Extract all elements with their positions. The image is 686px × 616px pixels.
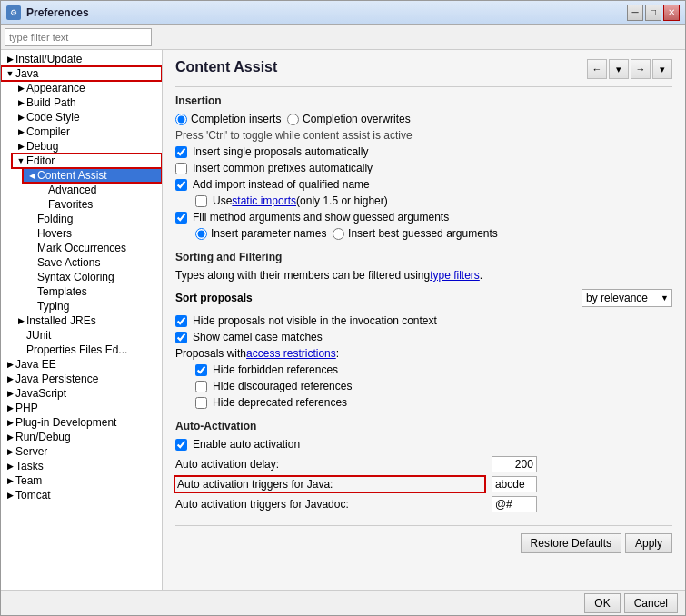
- insert-best-label: Insert best guessed arguments: [348, 227, 498, 240]
- sidebar-item-appearance[interactable]: ▶ Appearance: [12, 81, 162, 95]
- hide-deprecated-row: Hide deprecated references: [195, 394, 672, 411]
- sidebar-item-properties-files[interactable]: Properties Files Ed...: [12, 343, 162, 357]
- auto-activation-grid: Auto activation delay: Auto activation t…: [175, 456, 672, 512]
- sort-select[interactable]: by relevance alphabetically: [582, 289, 672, 307]
- sidebar-item-install-update[interactable]: ▶ Install/Update: [1, 52, 162, 66]
- back-dropdown-button[interactable]: ▾: [609, 59, 629, 79]
- sidebar-item-team[interactable]: ▶ Team: [1, 473, 162, 488]
- sidebar-item-build-path[interactable]: ▶ Build Path: [12, 95, 162, 110]
- right-panel: Content Assist ← ▾ → ▾ Insertion Complet…: [163, 50, 685, 590]
- title-bar: ⚙ Preferences ─ □ ✕: [1, 1, 685, 25]
- window-icon: ⚙: [6, 5, 21, 20]
- sidebar-item-hovers[interactable]: Hovers: [23, 226, 162, 241]
- arrow-icon: [37, 184, 48, 195]
- arrow-icon: [26, 243, 37, 253]
- panel-footer: Restore Defaults Apply: [175, 525, 672, 553]
- use-static-row: Use static imports (only 1.5 or higher): [195, 193, 672, 209]
- sidebar-item-java-ee[interactable]: ▶ Java EE: [1, 357, 162, 372]
- insert-best-radio[interactable]: [333, 228, 344, 240]
- arrow-icon: ▶: [15, 97, 26, 108]
- sidebar-item-php[interactable]: ▶ PHP: [1, 401, 162, 415]
- sidebar-item-save-actions[interactable]: Save Actions: [23, 255, 162, 270]
- auto-activation-section-title: Auto-Activation: [175, 420, 672, 432]
- completion-overwrites-radio[interactable]: [287, 114, 299, 125]
- close-button[interactable]: ✕: [663, 5, 680, 21]
- sidebar-item-plugin-development[interactable]: ▶ Plug-in Development: [1, 415, 162, 430]
- cancel-button[interactable]: Cancel: [624, 593, 678, 613]
- sidebar-item-server[interactable]: ▶ Server: [1, 444, 162, 459]
- sort-select-wrapper: by relevance alphabetically: [582, 289, 672, 307]
- ok-button[interactable]: OK: [584, 593, 620, 613]
- arrow-icon: ▶: [5, 432, 15, 442]
- sidebar-item-java-persistence[interactable]: ▶ Java Persistence: [1, 372, 162, 386]
- show-camel-case-label: Show camel case matches: [193, 331, 323, 343]
- sidebar-item-installed-jres[interactable]: ▶ Installed JREs: [12, 313, 162, 328]
- type-filters-row: Types along with their members can be fi…: [175, 267, 672, 283]
- insert-param-radio[interactable]: [195, 228, 207, 240]
- minimize-button[interactable]: ─: [627, 5, 643, 21]
- insert-common-label: Insert common prefixes automatically: [193, 162, 373, 174]
- sidebar-item-tomcat[interactable]: ▶ Tomcat: [1, 488, 162, 502]
- sidebar-item-typing[interactable]: Typing: [23, 299, 162, 313]
- arrow-icon: ▶: [5, 475, 15, 486]
- sidebar-tree: ▶ Install/Update ▼ Java ▶ Appearance ▶ B…: [1, 50, 162, 504]
- arrow-icon: ▶: [5, 373, 15, 384]
- sidebar-item-compiler[interactable]: ▶ Compiler: [12, 124, 162, 139]
- access-restrictions-link[interactable]: access restrictions: [246, 347, 336, 360]
- sidebar-item-javascript[interactable]: ▶ JavaScript: [1, 386, 162, 401]
- enable-auto-activation-row: Enable auto activation: [175, 436, 672, 452]
- sidebar-item-debug[interactable]: ▶ Debug: [12, 139, 162, 154]
- sidebar-item-editor[interactable]: ▼ Editor: [12, 154, 162, 168]
- arrow-icon: ▶: [15, 112, 26, 123]
- sidebar-item-templates[interactable]: Templates: [23, 284, 162, 299]
- insert-single-checkbox[interactable]: [175, 146, 187, 158]
- insert-common-checkbox[interactable]: [175, 163, 187, 174]
- type-filters-link[interactable]: type filters: [430, 269, 480, 282]
- apply-button[interactable]: Apply: [625, 533, 672, 553]
- add-import-checkbox[interactable]: [175, 179, 187, 191]
- sidebar-item-advanced[interactable]: Advanced: [34, 183, 162, 197]
- hide-not-visible-label: Hide proposals not visible in the invoca…: [193, 314, 437, 327]
- arrow-icon: [37, 199, 48, 210]
- sidebar-item-syntax-coloring[interactable]: Syntax Coloring: [23, 270, 162, 284]
- arrow-icon: [15, 330, 26, 341]
- insertion-section-title: Insertion: [175, 94, 672, 107]
- sidebar-item-content-assist[interactable]: ◀ Content Assist: [23, 168, 162, 183]
- maximize-button[interactable]: □: [645, 5, 661, 21]
- bottom-bar: OK Cancel: [1, 590, 685, 615]
- forward-dropdown-button[interactable]: ▾: [652, 59, 672, 79]
- use-static-checkbox[interactable]: [195, 195, 207, 207]
- hide-deprecated-checkbox[interactable]: [195, 397, 207, 409]
- delay-input[interactable]: [492, 456, 537, 472]
- sidebar-item-folding[interactable]: Folding: [23, 212, 162, 226]
- panel-title: Content Assist: [175, 59, 587, 79]
- sidebar-item-java[interactable]: ▼ Java: [1, 66, 162, 81]
- completion-overwrites-label: Completion overwrites: [303, 113, 411, 125]
- sidebar-item-junit[interactable]: JUnit: [12, 328, 162, 343]
- forward-button[interactable]: →: [631, 59, 651, 79]
- hide-forbidden-label: Hide forbidden references: [213, 363, 338, 376]
- hide-forbidden-checkbox[interactable]: [195, 364, 207, 376]
- hide-not-visible-checkbox[interactable]: [175, 315, 187, 327]
- java-triggers-input[interactable]: [492, 476, 537, 492]
- arrow-icon: ▶: [15, 141, 26, 152]
- filter-input[interactable]: [5, 28, 152, 46]
- sidebar-item-run-debug[interactable]: ▶ Run/Debug: [1, 430, 162, 444]
- fill-method-checkbox[interactable]: [175, 212, 187, 224]
- enable-auto-activation-checkbox[interactable]: [175, 439, 187, 451]
- java-triggers-label: Auto activation triggers for Java:: [175, 477, 484, 492]
- show-camel-case-checkbox[interactable]: [175, 332, 187, 343]
- completion-inserts-radio[interactable]: [175, 114, 187, 125]
- arrow-icon: [15, 344, 26, 355]
- restore-defaults-button[interactable]: Restore Defaults: [521, 533, 621, 553]
- back-button[interactable]: ←: [587, 59, 607, 79]
- sidebar-item-tasks[interactable]: ▶ Tasks: [1, 459, 162, 473]
- add-import-label: Add import instead of qualified name: [193, 178, 370, 191]
- arrow-icon: ▶: [15, 315, 26, 326]
- sidebar-item-mark-occurrences[interactable]: Mark Occurrences: [23, 241, 162, 255]
- static-imports-link[interactable]: static imports: [232, 194, 296, 207]
- hide-discouraged-checkbox[interactable]: [195, 381, 207, 392]
- javadoc-triggers-input[interactable]: [492, 496, 537, 512]
- sidebar-item-code-style[interactable]: ▶ Code Style: [12, 110, 162, 124]
- sidebar-item-favorites[interactable]: Favorites: [34, 197, 162, 212]
